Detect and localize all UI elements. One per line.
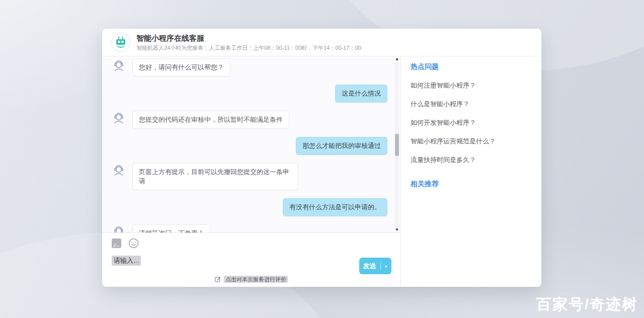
header-text: 智能小程序在线客服 智能机器人24小时为您服务，人工服务工作日：上午08：00-… xyxy=(136,33,361,52)
send-button[interactable]: 发送 ▲ xyxy=(359,258,391,274)
hot-questions-title[interactable]: 热点问题 xyxy=(411,62,533,71)
message-row: 您好，请问有什么可以帮您？ xyxy=(112,58,387,76)
baijiahao-watermark: 百家号/奇迹树 xyxy=(536,294,638,315)
send-button-divider xyxy=(380,262,381,270)
chat-header: 智能小程序在线客服 智能机器人24小时为您服务，人工服务工作日：上午08：00-… xyxy=(102,29,541,56)
faq-sidebar: 热点问题 如何注册智能小程序？ 什么是智能小程序？ 如何开发智能小程序？ 智能小… xyxy=(401,56,541,286)
agent-avatar-icon xyxy=(112,224,126,232)
scroll-down-button[interactable] xyxy=(396,228,398,230)
service-rating-link[interactable]: 点击对本次服务进行评价 xyxy=(102,276,400,283)
bot-message-bubble: 请稍等询问一下负责人 xyxy=(132,224,211,232)
hot-question-item[interactable]: 什么是智能小程序？ xyxy=(411,100,533,109)
robot-avatar-icon xyxy=(111,33,130,52)
chat-panel: 您好，请问有什么可以帮您？ 这是什么情况 xyxy=(102,56,401,286)
emoji-icon[interactable] xyxy=(128,238,139,249)
message-row: 页面上方有提示，目前可以先撤回您提交的这一条申请 xyxy=(112,163,387,190)
user-message-bubble: 有没有什么方法是可以申请的。 xyxy=(283,198,387,216)
related-recommendations-title[interactable]: 相关推荐 xyxy=(411,180,533,189)
send-options-caret-icon[interactable]: ▲ xyxy=(384,264,388,268)
bot-message-bubble: 您提交的代码还在审核中，所以暂时不能满足条件 xyxy=(132,111,289,129)
service-hours: 智能机器人24小时为您服务，人工服务工作日：上午08：00-11：00时，下午1… xyxy=(136,44,361,52)
hot-question-item[interactable]: 如何注册智能小程序？ xyxy=(411,81,533,90)
hot-question-list: 如何注册智能小程序？ 什么是智能小程序？ 如何开发智能小程序？ 智能小程序运营规… xyxy=(411,81,533,165)
edit-pencil-icon xyxy=(215,276,221,283)
page-title: 智能小程序在线客服 xyxy=(136,33,361,43)
chat-window: 智能小程序在线客服 智能机器人24小时为您服务，人工服务工作日：上午08：00-… xyxy=(102,29,541,287)
hot-question-item[interactable]: 流量扶持时间是多久？ xyxy=(411,155,533,165)
agent-avatar-icon xyxy=(112,163,126,177)
input-placeholder: 请输入... xyxy=(112,256,141,266)
message-row: 那怎么才能把我的审核通过 xyxy=(112,137,387,155)
send-button-label: 发送 xyxy=(363,262,376,271)
user-message-bubble: 这是什么情况 xyxy=(335,85,387,103)
scrollbar-thumb[interactable] xyxy=(395,134,399,156)
message-input[interactable]: 请输入... xyxy=(112,256,391,266)
scroll-up-button[interactable] xyxy=(396,58,398,60)
user-message-bubble: 那怎么才能把我的审核通过 xyxy=(296,137,387,155)
bot-message-bubble: 页面上方有提示，目前可以先撤回您提交的这一条申请 xyxy=(132,163,298,190)
message-composer: 请输入... 发送 ▲ 点击对本次服务进行评价 xyxy=(102,232,400,286)
message-row: 请稍等询问一下负责人 xyxy=(112,224,387,232)
message-row: 您提交的代码还在审核中，所以暂时不能满足条件 xyxy=(112,111,387,129)
message-row: 这是什么情况 xyxy=(112,85,387,103)
service-rating-text: 点击对本次服务进行评价 xyxy=(224,276,288,283)
agent-avatar-icon xyxy=(112,111,126,125)
composer-toolbar xyxy=(112,238,391,249)
agent-avatar-icon xyxy=(112,58,126,72)
hot-question-item[interactable]: 如何开发智能小程序？ xyxy=(411,118,533,127)
image-upload-icon[interactable] xyxy=(112,238,121,248)
message-row: 有没有什么方法是可以申请的。 xyxy=(112,198,387,216)
chat-scrollbar[interactable] xyxy=(395,58,399,230)
message-list: 您好，请问有什么可以帮您？ 这是什么情况 xyxy=(102,56,400,232)
bot-message-bubble: 您好，请问有什么可以帮您？ xyxy=(132,58,230,76)
hot-question-item[interactable]: 智能小程序运营规范是什么？ xyxy=(411,137,533,146)
